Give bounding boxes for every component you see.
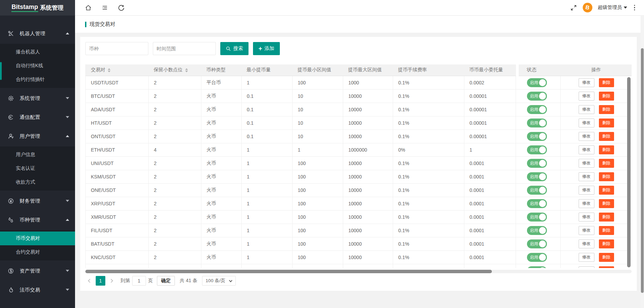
edit-button[interactable]: 修改 (579, 226, 594, 235)
delete-button[interactable]: 删除 (599, 199, 614, 208)
table-horizontal-scrollbar[interactable] (85, 270, 492, 273)
status-toggle[interactable]: 启用 (527, 186, 547, 195)
status-toggle[interactable]: 启用 (527, 145, 547, 154)
search-button[interactable]: 搜索 (220, 42, 249, 55)
delete-button[interactable]: 删除 (599, 159, 614, 168)
sidebar-group[interactable]: 用户管理 (0, 127, 75, 145)
next-page-button[interactable] (107, 276, 116, 286)
delete-button[interactable]: 删除 (599, 253, 614, 262)
sidebar-group[interactable]: 资产管理 (0, 262, 75, 279)
edit-button[interactable]: 修改 (579, 199, 594, 208)
cell-min-withdraw: 1 (242, 143, 293, 156)
delete-button[interactable]: 删除 (599, 132, 614, 141)
sidebar-group[interactable]: 通信配置 (0, 109, 75, 126)
edit-button[interactable]: 修改 (579, 186, 594, 195)
status-toggle[interactable]: 启用 (527, 266, 547, 268)
sidebar-item[interactable]: 合约交易对 (0, 245, 75, 259)
cell-min-withdraw: 1 (242, 197, 293, 210)
edit-button[interactable]: 修改 (579, 145, 594, 154)
status-toggle[interactable]: 启用 (527, 213, 547, 222)
sidebar-scrollbar-thumb[interactable] (0, 62, 2, 80)
sidebar-item[interactable]: 币币交易对 (0, 232, 75, 245)
status-toggle[interactable]: 启用 (527, 92, 547, 101)
sidebar-item[interactable]: 合约行情插针 (0, 73, 75, 86)
delete-button[interactable]: 删除 (599, 78, 614, 87)
edit-button[interactable]: 修改 (579, 78, 594, 87)
more-options-icon[interactable] (633, 3, 637, 12)
confirm-page-button[interactable]: 确定 (157, 276, 175, 286)
status-toggle[interactable]: 启用 (527, 159, 547, 168)
delete-button[interactable]: 删除 (599, 213, 614, 222)
edit-button[interactable]: 修改 (579, 105, 594, 114)
sidebar-group[interactable]: 财务管理 (0, 192, 75, 209)
page-size-select[interactable]: 100 条/页 (202, 276, 236, 286)
delete-button[interactable]: 删除 (599, 226, 614, 235)
sidebar-item[interactable]: 实名认证 (0, 162, 75, 175)
delete-button[interactable]: 删除 (599, 266, 614, 268)
user-menu[interactable]: 超级管理员 (598, 4, 627, 11)
status-toggle[interactable]: 启用 (527, 132, 547, 141)
status-toggle[interactable]: 启用 (527, 105, 547, 114)
column-spacer (516, 64, 519, 76)
sidebar-group[interactable]: 币种管理 (0, 211, 75, 228)
delete-button[interactable]: 删除 (599, 239, 614, 248)
edit-button[interactable]: 修改 (579, 172, 594, 181)
status-toggle[interactable]: 启用 (527, 253, 547, 262)
cell-pair: ONT/USDT (86, 130, 149, 143)
edit-button[interactable]: 修改 (579, 92, 594, 101)
sidebar-group[interactable]: 系统管理 (0, 90, 75, 107)
sort-icon[interactable] (108, 68, 110, 72)
edit-button[interactable]: 修改 (579, 266, 594, 268)
delete-button[interactable]: 删除 (599, 105, 614, 114)
sidebar-item[interactable]: 撮合机器人 (0, 45, 75, 59)
chevron-right-icon (109, 279, 113, 283)
table-vertical-scrollbar[interactable] (627, 77, 631, 267)
current-page[interactable]: 1 (96, 276, 105, 286)
edit-button[interactable]: 修改 (579, 132, 594, 141)
delete-button[interactable]: 删除 (599, 145, 614, 154)
time-range-input[interactable] (153, 42, 216, 55)
cell-actions: 修改删除 (561, 237, 632, 250)
column-header: 提币最大区间值 (343, 64, 393, 76)
delete-button[interactable]: 删除 (599, 119, 614, 127)
delete-button[interactable]: 删除 (599, 186, 614, 195)
edit-button[interactable]: 修改 (579, 239, 594, 248)
cell-min-order: 0.0001 (464, 197, 516, 210)
delete-button[interactable]: 删除 (599, 172, 614, 181)
edit-button[interactable]: 修改 (579, 253, 594, 262)
sidebar-item[interactable]: 用户信息 (0, 148, 75, 162)
user-avatar-bitcoin-icon[interactable]: B (583, 3, 592, 12)
edit-button[interactable]: 修改 (579, 119, 594, 127)
status-toggle[interactable]: 启用 (527, 78, 547, 87)
sidebar-item[interactable]: 自动行情K线 (0, 59, 75, 73)
comm-icon (8, 114, 14, 120)
cell-status: 启用 (519, 76, 561, 89)
sort-icon[interactable] (185, 68, 188, 72)
sidebar-item[interactable]: 收款方式 (0, 175, 75, 189)
status-toggle[interactable]: 启用 (527, 119, 547, 127)
edit-button[interactable]: 修改 (579, 213, 594, 222)
home-icon[interactable] (85, 4, 92, 11)
table-row: 启用修改删除 (86, 264, 632, 268)
sidebar-group[interactable]: 法币交易 (0, 281, 75, 298)
collapse-menu-icon[interactable] (101, 4, 108, 11)
cell-status: 启用 (519, 143, 561, 156)
cell-withdraw-min: 100 (293, 156, 343, 170)
cell-spacer (516, 156, 519, 170)
edit-button[interactable]: 修改 (579, 159, 594, 168)
status-toggle[interactable]: 启用 (527, 226, 547, 235)
status-toggle[interactable]: 启用 (527, 172, 547, 181)
prev-page-button[interactable] (85, 276, 94, 286)
page-scrollbar[interactable] (641, 48, 644, 293)
coin-filter-input[interactable] (85, 42, 148, 55)
fullscreen-icon[interactable] (570, 4, 577, 11)
status-toggle[interactable]: 启用 (527, 199, 547, 208)
refresh-icon[interactable] (118, 4, 125, 11)
breadcrumb-bar: 现货交易对 (75, 16, 641, 33)
cell-decimals: 2 (149, 183, 201, 197)
delete-button[interactable]: 删除 (599, 92, 614, 101)
sidebar-group[interactable]: 机器人管理 (0, 25, 75, 42)
add-button[interactable]: + 添加 (253, 42, 280, 55)
goto-page-input[interactable] (132, 276, 146, 286)
status-toggle[interactable]: 启用 (527, 239, 547, 248)
